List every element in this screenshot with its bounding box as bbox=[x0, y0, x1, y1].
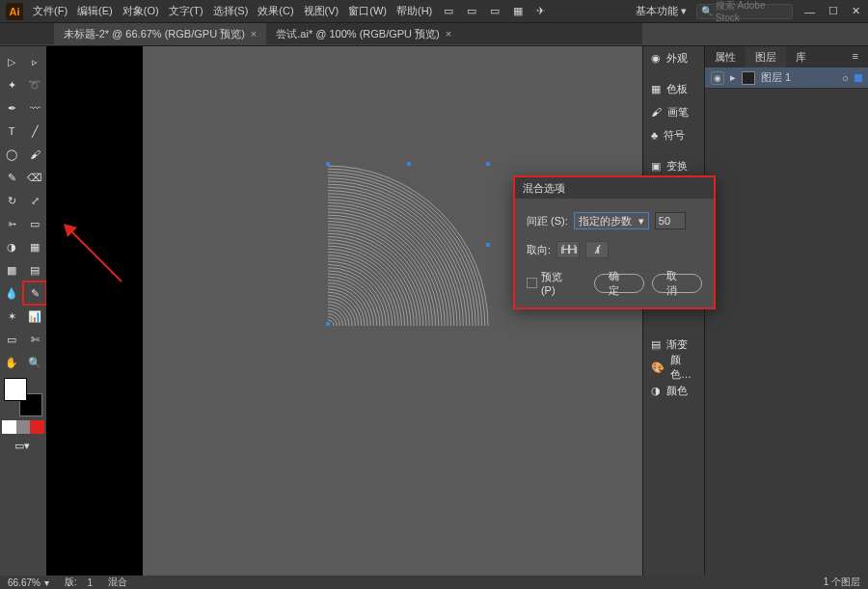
menu-file[interactable]: 文件(F) bbox=[33, 4, 68, 18]
steps-input[interactable] bbox=[655, 212, 686, 229]
orientation-align-path[interactable]: ı⁄⁄ı bbox=[585, 241, 609, 258]
panel-tab-libraries[interactable]: 库 bbox=[786, 46, 816, 67]
zoom-display[interactable]: 66.67% ▾ bbox=[8, 577, 49, 588]
menu-bar: Ai 文件(F) 编辑(E) 对象(O) 文字(T) 选择(S) 效果(C) 视… bbox=[0, 0, 868, 23]
free-transform-tool[interactable]: ▭ bbox=[24, 213, 45, 234]
tab-label: 尝试.ai* @ 100% (RGB/GPU 预览) bbox=[276, 27, 439, 41]
draw-mode[interactable] bbox=[2, 420, 44, 434]
menu-type[interactable]: 文字(T) bbox=[169, 4, 203, 18]
fill-stroke-control[interactable] bbox=[4, 378, 42, 416]
panel-tab-properties[interactable]: 属性 bbox=[705, 46, 746, 67]
blend-tool[interactable]: ✎ bbox=[24, 282, 45, 304]
scale-tool[interactable]: ⤢ bbox=[24, 190, 45, 211]
artwork-blend-wedge[interactable] bbox=[326, 162, 519, 355]
lasso-tool[interactable]: ➰ bbox=[24, 74, 45, 95]
orientation-align-page[interactable]: ıHHı bbox=[556, 241, 580, 258]
gradient-tool[interactable]: ▤ bbox=[24, 259, 45, 281]
artboard-nav[interactable]: 版: 1 bbox=[65, 576, 93, 589]
workspace-switcher[interactable]: 基本功能 ▾ bbox=[636, 4, 687, 18]
dialog-title: 混合选项 bbox=[515, 177, 714, 199]
close-icon[interactable]: × bbox=[251, 28, 257, 40]
spacing-mode-select[interactable]: 指定的步数 ▾ bbox=[574, 212, 649, 229]
target-icon[interactable]: ○ bbox=[842, 72, 849, 84]
window-maximize[interactable]: ☐ bbox=[827, 5, 840, 17]
menu-window[interactable]: 窗口(W) bbox=[348, 4, 387, 18]
layer-name[interactable]: 图层 1 bbox=[761, 70, 791, 85]
pen-tool[interactable]: ✒ bbox=[1, 97, 22, 119]
zoom-tool[interactable]: 🔍 bbox=[24, 352, 45, 373]
selection-tool[interactable]: ▷ bbox=[1, 51, 22, 72]
window-minimize[interactable]: — bbox=[802, 6, 817, 17]
layers-panel: 属性 图层 库 ≡ ◉ ▸ 图层 1 ○ bbox=[704, 46, 868, 576]
app-logo: Ai bbox=[6, 3, 23, 20]
stock-search[interactable]: 🔍 搜索 Adobe Stock bbox=[696, 4, 793, 19]
arrange-icon[interactable]: ▦ bbox=[511, 5, 525, 17]
menu-view[interactable]: 视图(V) bbox=[304, 4, 339, 18]
chevron-right-icon[interactable]: ▸ bbox=[730, 71, 736, 84]
ellipse-tool[interactable]: ◯ bbox=[1, 144, 22, 165]
menu-effect[interactable]: 效果(C) bbox=[258, 4, 293, 18]
document-gutter bbox=[46, 46, 143, 576]
mesh-tool[interactable]: ▩ bbox=[1, 259, 22, 281]
width-tool[interactable]: ➳ bbox=[1, 213, 22, 234]
window-close[interactable]: ✕ bbox=[850, 5, 862, 17]
swatches-icon: ▦ bbox=[651, 83, 661, 95]
artboard-tool[interactable]: ▭ bbox=[1, 329, 22, 350]
search-icon: 🔍 bbox=[701, 6, 713, 16]
paintbrush-tool[interactable]: 🖌 bbox=[24, 144, 45, 165]
current-tool: 混合 bbox=[108, 576, 127, 589]
menu-object[interactable]: 对象(O) bbox=[122, 4, 159, 18]
symbol-sprayer-tool[interactable]: ✶ bbox=[1, 306, 22, 327]
type-tool[interactable]: T bbox=[1, 120, 22, 142]
dock-color-guide[interactable]: 🎨颜色… bbox=[643, 356, 704, 379]
magic-wand-tool[interactable]: ✦ bbox=[1, 74, 22, 95]
line-segment-tool[interactable]: ╱ bbox=[24, 120, 45, 142]
close-icon[interactable]: × bbox=[446, 28, 451, 40]
layer-row[interactable]: ◉ ▸ 图层 1 ○ bbox=[705, 67, 868, 89]
dock-color[interactable]: ◑颜色 bbox=[643, 379, 704, 402]
dock-transform[interactable]: ▣变换 bbox=[643, 154, 704, 177]
panel-menu-icon[interactable]: ≡ bbox=[843, 46, 868, 67]
curvature-tool[interactable]: 〰 bbox=[24, 97, 45, 119]
direct-selection-tool[interactable]: ▹ bbox=[24, 51, 45, 72]
panel-tab-layers[interactable]: 图层 bbox=[746, 46, 786, 67]
dock-brushes[interactable]: 🖌画笔 bbox=[643, 100, 704, 123]
layer-thumbnail bbox=[742, 71, 755, 85]
svg-rect-0 bbox=[326, 162, 330, 166]
ok-button[interactable]: 确定 bbox=[594, 274, 644, 293]
dock-swatches[interactable]: ▦色板 bbox=[643, 77, 704, 100]
fill-swatch[interactable] bbox=[4, 378, 27, 401]
tab-label: 未标题-2* @ 66.67% (RGB/GPU 预览) bbox=[64, 27, 245, 41]
slice-tool[interactable]: ✄ bbox=[24, 329, 45, 350]
document-tab[interactable]: 未标题-2* @ 66.67% (RGB/GPU 预览) × bbox=[54, 23, 266, 44]
hand-tool[interactable]: ✋ bbox=[1, 352, 22, 373]
search-placeholder: 搜索 Adobe Stock bbox=[716, 0, 788, 23]
menu-select[interactable]: 选择(S) bbox=[213, 4, 249, 18]
document-tab[interactable]: 尝试.ai* @ 100% (RGB/GPU 预览) × bbox=[266, 23, 461, 44]
dock-appearance[interactable]: ◉外观 bbox=[643, 46, 704, 69]
shape-builder-tool[interactable]: ◑ bbox=[1, 236, 22, 257]
rotate-tool[interactable]: ↻ bbox=[1, 190, 22, 211]
canvas[interactable] bbox=[143, 46, 642, 576]
eyedropper-tool[interactable]: 💧 bbox=[1, 282, 22, 304]
color-icon: ◑ bbox=[651, 385, 661, 397]
perspective-grid-tool[interactable]: ▦ bbox=[24, 236, 45, 257]
dock-symbols[interactable]: ♣符号 bbox=[643, 123, 704, 147]
screen-mode[interactable]: ▭▾ bbox=[1, 435, 43, 456]
panel-icon[interactable]: ▭ bbox=[442, 5, 455, 17]
main-area: ▷ ▹ ✦ ➰ ✒ 〰 T ╱ ◯ 🖌 ✎ ⌫ ↻ ⤢ ➳ ▭ ◑ ▦ ▩ ▤ … bbox=[0, 46, 868, 576]
eraser-tool[interactable]: ⌫ bbox=[24, 167, 45, 188]
svg-rect-2 bbox=[326, 322, 330, 326]
svg-rect-1 bbox=[486, 162, 490, 166]
share-icon[interactable]: ✈ bbox=[534, 5, 547, 17]
panel-icon[interactable]: ▭ bbox=[465, 5, 478, 17]
cancel-button[interactable]: 取消 bbox=[652, 274, 702, 293]
color-icon: 🎨 bbox=[651, 361, 665, 374]
column-graph-tool[interactable]: 📊 bbox=[24, 306, 45, 327]
menu-edit[interactable]: 编辑(E) bbox=[77, 4, 113, 18]
panel-icon[interactable]: ▭ bbox=[488, 5, 502, 17]
visibility-toggle[interactable]: ◉ bbox=[711, 71, 724, 85]
shaper-tool[interactable]: ✎ bbox=[1, 167, 22, 188]
menu-help[interactable]: 帮助(H) bbox=[396, 4, 432, 18]
preview-checkbox[interactable]: 预览 (P) bbox=[527, 270, 579, 296]
